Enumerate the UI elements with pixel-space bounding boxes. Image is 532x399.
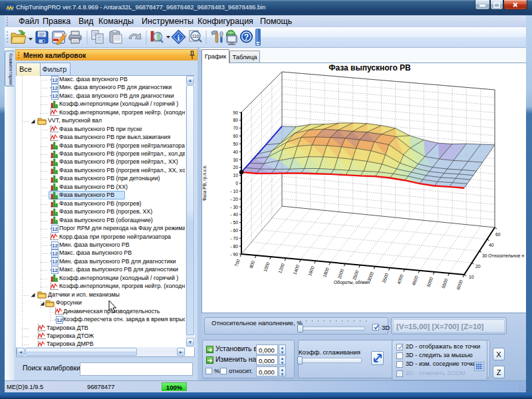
svg-text:1200: 1200 (277, 263, 285, 274)
svg-text:12: 12 (52, 77, 58, 83)
svg-text:12: 12 (52, 85, 58, 91)
svg-text:- 20: - 20 (230, 197, 238, 201)
svg-text:30: 30 (482, 253, 487, 258)
svg-text:50: 50 (233, 142, 238, 146)
svg-text:- 80: - 80 (230, 244, 238, 249)
svg-text:110: 110 (192, 34, 200, 39)
svg-text:40: 40 (233, 150, 238, 154)
svg-text:80: 80 (233, 118, 238, 122)
svg-text:70: 70 (233, 126, 238, 130)
svg-text:2000: 2000 (336, 268, 344, 279)
svg-text:- 90: - 90 (230, 252, 238, 257)
svg-text:12: 12 (52, 251, 58, 257)
svg-text:3500: 3500 (381, 272, 389, 283)
svg-text:12: 12 (52, 243, 58, 249)
svg-text:Обороты, об/мин: Обороты, об/мин (334, 280, 370, 285)
svg-text:Относительное н: Относительное н (488, 253, 524, 258)
svg-text:- 40: - 40 (230, 212, 238, 217)
svg-text:- 10: - 10 (230, 189, 238, 194)
svg-text:1800: 1800 (322, 267, 330, 278)
svg-text:- 50: - 50 (230, 220, 238, 225)
svg-text:10: 10 (469, 275, 474, 279)
svg-text:- 70: - 70 (230, 236, 238, 241)
svg-text:700: 700 (233, 259, 241, 267)
svg-text:60: 60 (233, 134, 238, 138)
svg-text:Фаза выпускного РВ: Фаза выпускного РВ (329, 63, 411, 72)
svg-text:20: 20 (233, 165, 238, 170)
svg-text:12: 12 (52, 93, 58, 99)
svg-text:30: 30 (233, 158, 238, 162)
svg-text:1400: 1400 (292, 264, 300, 275)
svg-text:12: 12 (52, 267, 58, 273)
svg-text:5000: 5000 (426, 277, 434, 288)
svg-text:60: 60 (495, 232, 501, 237)
svg-text:5500: 5500 (441, 278, 449, 289)
svg-text:1600: 1600 (307, 265, 315, 277)
svg-text:- 60: - 60 (230, 228, 238, 233)
svg-text:6000: 6000 (456, 279, 464, 291)
svg-text:?: ? (244, 33, 249, 42)
svg-text:- 30: - 30 (230, 205, 238, 209)
svg-text:4000: 4000 (396, 273, 404, 285)
svg-text:12: 12 (52, 226, 58, 232)
svg-text:20: 20 (475, 264, 481, 269)
svg-text:12: 12 (57, 317, 63, 323)
svg-text:800: 800 (249, 260, 256, 269)
svg-text:Фаза РВ, гр.п.к.в.: Фаза РВ, гр.п.к.в. (202, 165, 207, 201)
svg-text:10: 10 (233, 173, 238, 178)
svg-text:0: 0 (235, 181, 238, 186)
svg-text:40: 40 (489, 243, 494, 247)
svg-text:90: 90 (233, 110, 238, 115)
svg-text:1000: 1000 (263, 261, 271, 273)
svg-text:4500: 4500 (411, 275, 419, 287)
svg-text:2500: 2500 (352, 269, 360, 281)
svg-text:12: 12 (52, 259, 58, 265)
